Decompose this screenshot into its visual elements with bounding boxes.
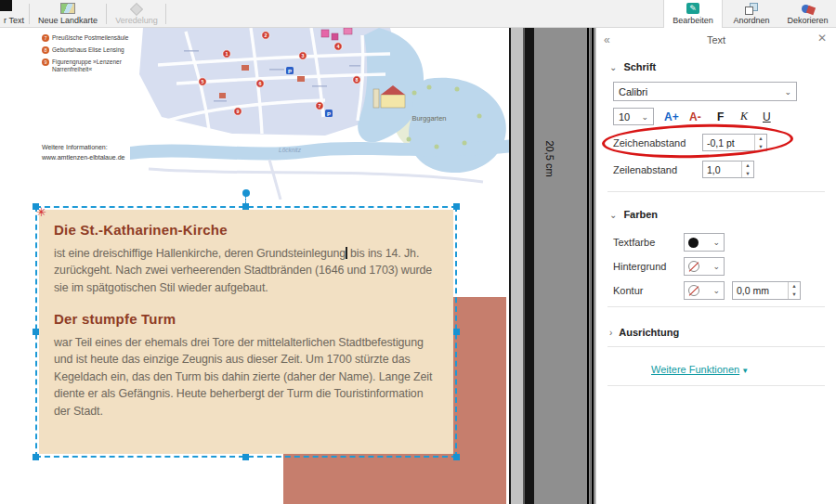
- bold-button[interactable]: F: [717, 108, 724, 125]
- underline-button[interactable]: U: [763, 108, 771, 125]
- decorate-icon: [801, 3, 815, 14]
- letter-spacing-value[interactable]: -0,1 pt: [703, 135, 754, 150]
- svg-text:5: 5: [201, 79, 203, 84]
- handle-w[interactable]: [33, 329, 39, 335]
- page-gutter: 20,5 cm: [509, 28, 595, 504]
- city-map-object[interactable]: P P 1 2 3 4 5 6 7 8 9 Burggarten Löck: [130, 28, 509, 200]
- rotation-handle[interactable]: [242, 189, 250, 197]
- svg-text:8: 8: [355, 77, 358, 83]
- spinner: ▲ ▼: [788, 282, 800, 299]
- spinner-down-icon[interactable]: ▼: [742, 170, 753, 178]
- outline-label: Kontur: [613, 285, 643, 296]
- selection-border: [35, 206, 457, 458]
- corner-black-square: [0, 0, 12, 11]
- toolbar-item-label: Dekorieren: [787, 16, 828, 25]
- chevron-down-icon: ⌄: [712, 238, 720, 247]
- svg-text:P: P: [288, 69, 292, 74]
- ruler-measurement-label: 20,5 cm: [544, 131, 555, 187]
- toolbar-item-label: Bearbeiten: [673, 16, 713, 25]
- handle-sw[interactable]: [33, 454, 39, 460]
- legend-item: 8 Geburtshaus Elise Lensing: [42, 46, 135, 54]
- section-header-ausrichtung[interactable]: ›Ausrichtung: [609, 327, 679, 338]
- increase-font-button[interactable]: A+: [664, 108, 679, 125]
- chevron-down-icon: ⌄: [784, 87, 791, 97]
- decrease-font-button[interactable]: A-: [689, 108, 701, 125]
- gutter-dark-band: [525, 28, 534, 504]
- selected-textbox[interactable]: ✳ Die St.-Katharinen-Kirche ist eine dre…: [39, 210, 453, 454]
- toolbar-separator: [29, 4, 30, 24]
- ribbon-toolbar: r Text Neue Landkarte Veredelung ✎ Bearb…: [0, 0, 836, 28]
- city-map: P P 1 2 3 4 5 6 7 8 9 Burggarten Löck: [130, 28, 509, 200]
- park-label: Burggarten: [411, 114, 446, 123]
- chevron-down-icon: ⌄: [712, 286, 720, 295]
- link-dropdown-icon: ▼: [741, 367, 749, 375]
- close-icon[interactable]: ✕: [817, 32, 827, 45]
- toolbar-tab-anordnen[interactable]: Anordnen: [725, 0, 778, 28]
- new-map-icon: [60, 3, 75, 14]
- chevron-down-icon: ⌄: [641, 112, 648, 122]
- text-color-dropdown[interactable]: ⌄: [684, 233, 725, 252]
- river-label: Löcknitz: [279, 147, 302, 153]
- background-color-dropdown[interactable]: ⌄: [684, 257, 725, 276]
- gutter-line: [590, 28, 591, 504]
- toolbar-item-label: Anordnen: [733, 16, 769, 25]
- textbox-paragraph-2: war Teil eines der ehemals drei Tore der…: [54, 334, 438, 420]
- toolbar-item-neue-landkarte[interactable]: Neue Landkarte: [32, 0, 104, 28]
- toolbar-tab-dekorieren[interactable]: Dekorieren: [780, 0, 835, 28]
- handle-se[interactable]: [453, 454, 460, 460]
- handle-s[interactable]: [242, 454, 249, 460]
- line-spacing-value[interactable]: 1,0: [703, 162, 741, 177]
- handle-e[interactable]: [453, 329, 460, 335]
- spinner-up-icon[interactable]: ▲: [742, 162, 753, 170]
- font-size-select[interactable]: 10 ⌄: [613, 108, 654, 125]
- chevron-right-icon: ›: [609, 328, 612, 338]
- chevron-down-icon: ⌄: [712, 262, 720, 271]
- handle-nw[interactable]: [33, 203, 39, 210]
- line-spacing-input[interactable]: 1,0 ▲ ▼: [702, 161, 754, 178]
- document-canvas[interactable]: P P 1 2 3 4 5 6 7 8 9 Burggarten Löck: [0, 28, 509, 504]
- outline-width-value[interactable]: 0,0 mm: [733, 282, 788, 299]
- legend-item: 9 Figurengruppe »Lenzener Narrenfreiheit…: [42, 58, 135, 73]
- italic-button[interactable]: K: [740, 108, 748, 125]
- legend-item-text: Preußische Postmeilensäule: [52, 34, 128, 42]
- legend-marker: 7: [42, 34, 49, 42]
- more-functions-link[interactable]: Weitere Funktionen▼: [651, 364, 749, 375]
- spinner-up-icon[interactable]: ▲: [755, 135, 766, 143]
- spinner-up-icon[interactable]: ▲: [789, 282, 800, 291]
- letter-spacing-input[interactable]: -0,1 pt ▲ ▼: [702, 134, 767, 151]
- divider: [607, 306, 825, 307]
- no-color-icon: [688, 285, 699, 296]
- legend-item: 7 Preußische Postmeilensäule: [42, 34, 135, 42]
- toolbar-item-veredelung[interactable]: Veredelung: [110, 0, 163, 28]
- outline-width-input[interactable]: 0,0 mm ▲ ▼: [732, 281, 801, 300]
- toolbar-tab-bearbeiten[interactable]: ✎ Bearbeiten: [663, 0, 723, 28]
- text-properties-panel: « Text ✕ ⌄Schrift Calibri ⌄ 10 ⌄ A+ A- F…: [595, 28, 836, 504]
- font-size-value: 10: [619, 111, 630, 123]
- font-family-select[interactable]: Calibri ⌄: [613, 82, 797, 101]
- gutter-strip: [511, 28, 523, 504]
- divider: [607, 346, 825, 347]
- handle-n[interactable]: [242, 203, 249, 210]
- svg-text:6: 6: [258, 81, 261, 86]
- legend-item-text: Figurengruppe »Lenzener Narrenfreiheit«: [52, 58, 135, 73]
- legend-info: Weitere Informationen: www.amtlenzen-elb…: [42, 143, 125, 162]
- textbox-paragraph-1: ist eine dreischiffige Hallenkirche, der…: [54, 245, 438, 296]
- spinner: ▲ ▼: [754, 135, 766, 150]
- svg-text:9: 9: [236, 109, 239, 114]
- line-spacing-label: Zeilenabstand: [613, 164, 677, 175]
- section-header-farben[interactable]: ⌄Farben: [609, 209, 658, 220]
- divider: [607, 191, 825, 192]
- gutter-line: [592, 28, 594, 504]
- legend-marker: 8: [42, 46, 49, 54]
- outline-color-dropdown[interactable]: ⌄: [684, 281, 725, 300]
- spinner-down-icon[interactable]: ▼: [789, 291, 800, 299]
- spinner-down-icon[interactable]: ▼: [755, 143, 766, 151]
- toolbar-item-label: Neue Landkarte: [38, 16, 98, 25]
- map-legend: 7 Preußische Postmeilensäule 8 Geburtsha…: [42, 34, 135, 79]
- black-color-swatch: [688, 238, 699, 248]
- handle-ne[interactable]: [453, 203, 460, 210]
- toolbar-separator: [165, 4, 166, 24]
- legend-info-title: Weitere Informationen:: [42, 143, 125, 153]
- font-family-value: Calibri: [619, 86, 647, 97]
- section-header-schrift[interactable]: ⌄Schrift: [609, 61, 656, 72]
